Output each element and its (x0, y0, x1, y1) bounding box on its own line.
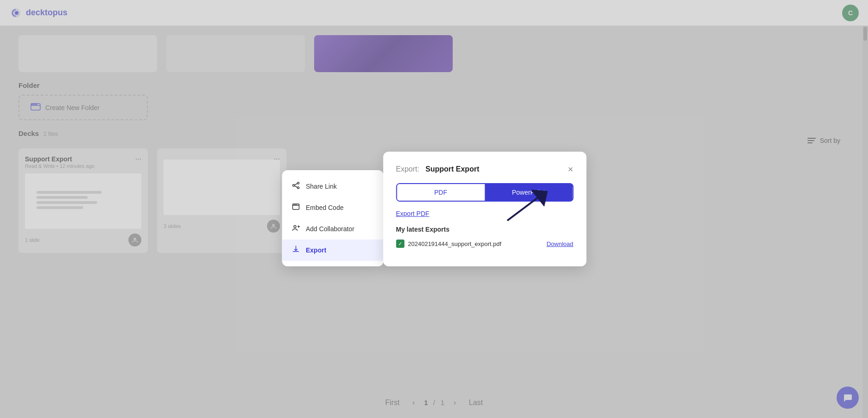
check-icon: ✓ (396, 240, 404, 248)
svg-point-10 (297, 187, 299, 189)
export-file-info: ✓ 202402191444_support_export.pdf (396, 240, 501, 248)
context-menu-add-collaborator[interactable]: Add Collaborator (282, 218, 383, 240)
format-tabs: PDF PowerPoint (396, 183, 573, 202)
add-collaborator-icon (291, 224, 300, 234)
export-file-row: ✓ 202402191444_support_export.pdf Downlo… (396, 240, 573, 248)
svg-line-12 (294, 186, 297, 187)
context-menu-export[interactable]: Export (282, 240, 383, 261)
export-modal-title: Export: Support Export (396, 165, 479, 173)
embed-code-icon (291, 203, 300, 213)
context-menu-add-collaborator-label: Add Collaborator (306, 225, 354, 233)
export-modal: Export: Support Export × PDF PowerPoint … (383, 152, 586, 266)
modal-overlay: Share Link Embed Code (0, 0, 868, 418)
context-menu-share-link-label: Share Link (306, 183, 337, 190)
context-menu: Share Link Embed Code (282, 170, 383, 266)
context-menu-export-label: Export (306, 246, 326, 254)
download-link[interactable]: Download (546, 240, 573, 247)
export-icon (291, 245, 300, 255)
share-link-icon (291, 181, 300, 191)
svg-point-16 (296, 204, 297, 205)
export-title-deck: Support Export (425, 165, 479, 173)
export-modal-close-button[interactable]: × (568, 165, 573, 174)
context-menu-embed-code[interactable]: Embed Code (282, 197, 383, 218)
svg-point-15 (295, 204, 296, 205)
export-pdf-link[interactable]: Export PDF (396, 210, 573, 217)
export-filename: 202402191444_support_export.pdf (408, 240, 501, 247)
svg-point-17 (294, 226, 296, 228)
svg-rect-13 (292, 204, 299, 209)
svg-point-8 (297, 182, 299, 184)
tab-powerpoint[interactable]: PowerPoint (485, 184, 572, 201)
exports-section-title: My latest Exports (396, 226, 573, 233)
context-menu-share-link[interactable]: Share Link (282, 176, 383, 197)
svg-point-14 (293, 204, 294, 205)
tab-pdf[interactable]: PDF (397, 184, 485, 201)
svg-line-11 (294, 184, 297, 185)
export-title-prefix: Export: (396, 165, 419, 173)
export-modal-header: Export: Support Export × (396, 165, 573, 174)
context-menu-embed-code-label: Embed Code (306, 204, 344, 211)
svg-point-9 (292, 184, 294, 186)
modal-container: Share Link Embed Code (282, 152, 586, 266)
